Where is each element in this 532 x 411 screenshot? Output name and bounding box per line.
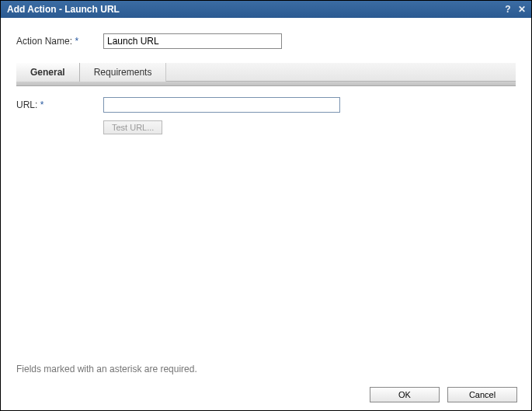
dialog-titlebar: Add Action - Launch URL ? ✕ <box>1 1 531 18</box>
action-name-label-text: Action Name: <box>16 36 72 47</box>
url-label: URL: * <box>16 99 103 110</box>
action-name-label: Action Name: * <box>16 36 103 47</box>
tab-panel-general: URL: * Test URL... <box>16 97 516 134</box>
action-name-row: Action Name: * <box>16 33 516 49</box>
dialog-content: Action Name: * General Requirements URL:… <box>1 18 531 379</box>
required-footnote: Fields marked with an asterisk are requi… <box>16 364 197 374</box>
test-url-row: Test URL... <box>16 120 516 134</box>
dialog-footer: OK Cancel <box>1 379 531 410</box>
help-icon[interactable]: ? <box>502 3 514 16</box>
url-input[interactable] <box>103 97 340 113</box>
url-label-text: URL: <box>16 99 37 110</box>
asterisk-icon: * <box>75 36 78 47</box>
asterisk-icon: * <box>40 99 44 110</box>
tab-general[interactable]: General <box>16 63 80 82</box>
tab-requirements[interactable]: Requirements <box>80 63 167 82</box>
test-url-button: Test URL... <box>103 120 162 134</box>
url-row: URL: * <box>16 97 516 113</box>
dialog-title: Add Action - Launch URL <box>7 4 500 15</box>
tab-strip: General Requirements <box>16 63 516 82</box>
action-name-input[interactable] <box>103 33 282 49</box>
tab-separator <box>16 82 516 86</box>
ok-button[interactable]: OK <box>370 387 440 402</box>
cancel-button[interactable]: Cancel <box>447 387 517 402</box>
close-icon[interactable]: ✕ <box>516 3 528 16</box>
